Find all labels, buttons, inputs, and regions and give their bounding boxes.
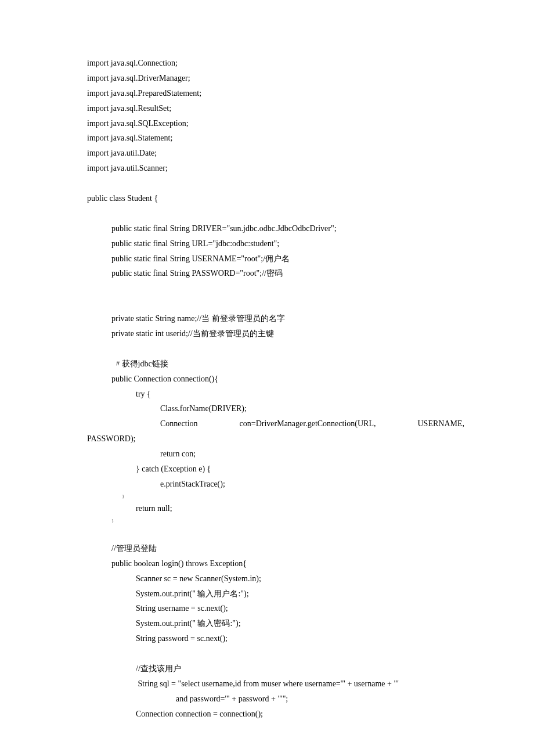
code-document: import java.sql.Connection; import java.… (0, 0, 534, 756)
code-line: public static final String URL="jdbc:odb… (87, 236, 464, 251)
code-line: System.out.print(" 输入用户名:"); (87, 586, 464, 602)
code-line: import java.util.Scanner; (87, 161, 464, 176)
code-line: 〃获得jdbc链接 (87, 357, 464, 372)
code-line: e.printStackTrace(); (87, 477, 464, 492)
code-line: //查找该用户 (87, 661, 464, 676)
code-line: public class Student { (87, 191, 464, 206)
code-line: public Connection connection(){ (87, 372, 464, 387)
code-line: public static final String DRIVER="sun.j… (87, 221, 464, 236)
code-line: //管理员登陆 (87, 541, 464, 556)
code-line: and password='" + password + "'"; (87, 692, 464, 707)
code-line: import java.sql.Statement; (87, 131, 464, 146)
code-line: } catch (Exception e) { (87, 462, 464, 477)
code-fragment: USERNAME, (417, 416, 464, 431)
code-line: String password = sc.next(); (87, 631, 464, 646)
code-line: Connection con=DriverManager.getConnecti… (87, 416, 464, 431)
code-fragment: con=DriverManager.getConnection(URL, (240, 416, 376, 431)
code-line: Class.forName(DRIVER); (87, 401, 464, 416)
code-line: private static int userid;//当前登录管理员的主键 (87, 326, 464, 341)
code-line: return null; (87, 501, 464, 516)
code-line: } (87, 516, 464, 526)
code-line: System.out.print(" 输入密码:"); (87, 616, 464, 631)
code-line: public boolean login() throws Exception{ (87, 556, 464, 571)
code-line: try { (87, 387, 464, 402)
code-line: } (87, 492, 464, 502)
code-line: import java.sql.PreparedStatement; (87, 86, 464, 101)
code-line: import java.util.Date; (87, 146, 464, 161)
code-line: String username = sc.next(); (87, 601, 464, 616)
code-fragment: Connection (87, 416, 198, 431)
code-line: import java.sql.ResultSet; (87, 101, 464, 116)
code-line: Scanner sc = new Scanner(System.in); (87, 571, 464, 586)
code-line: Connection connection = connection(); (87, 707, 464, 722)
code-line: public static final String USERNAME="roo… (87, 251, 464, 267)
code-line: public static final String PASSWORD="roo… (87, 266, 464, 281)
code-line: private static String name;//当 前登录管理员的名字 (87, 311, 464, 326)
code-line: PASSWORD); (87, 431, 464, 447)
code-line: String sql = "select username,id from mu… (87, 676, 464, 692)
code-line: return con; (87, 447, 464, 462)
code-line: import java.sql.DriverManager; (87, 71, 464, 86)
code-line: import java.sql.Connection; (87, 56, 464, 71)
code-line: import java.sql.SQLException; (87, 116, 464, 131)
